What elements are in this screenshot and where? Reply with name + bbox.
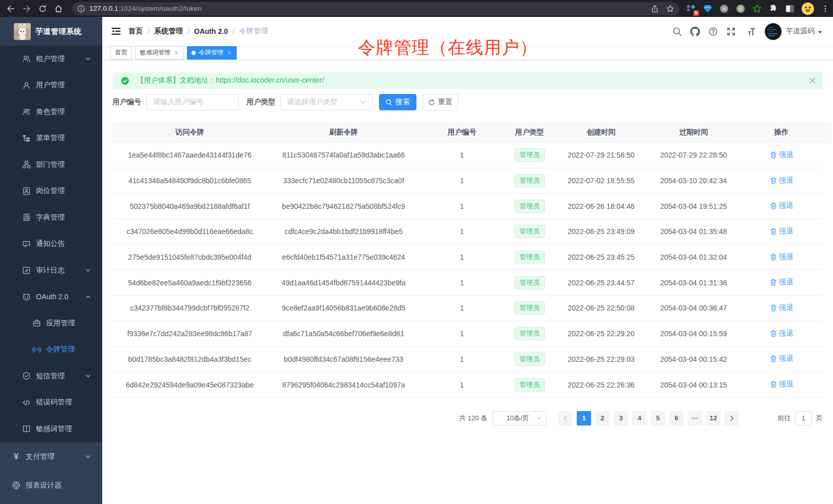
force-logout-button[interactable]: 强退 <box>770 380 793 389</box>
extension-blocks-icon[interactable]: 9 <box>687 4 696 13</box>
sidebar-item-audit[interactable]: 审计日志 <box>0 257 102 284</box>
sidebar-item-dict[interactable]: 字典管理 <box>0 204 102 231</box>
user-menu[interactable]: 芋道源码 <box>765 23 823 40</box>
page-button-2[interactable]: 2 <box>595 411 610 425</box>
sidebar-item-post[interactable]: 岗位管理 <box>0 178 102 205</box>
action-cell: 强退 <box>740 278 823 287</box>
force-logout-button[interactable]: 强退 <box>770 354 793 363</box>
sidebar-item-report[interactable]: 报表设计器 <box>0 471 102 500</box>
page-button-1[interactable]: 1 <box>577 411 591 425</box>
breadcrumb-item[interactable]: OAuth 2.0 <box>194 27 228 35</box>
next-page-button[interactable] <box>725 411 739 425</box>
force-logout-button[interactable]: 强退 <box>770 150 793 160</box>
sidebar-item-token[interactable]: 令牌管理 <box>0 337 102 363</box>
app-logo[interactable]: 芋道管理系统 <box>0 17 102 46</box>
user-id-label: 用户编号 <box>112 98 141 107</box>
page-button-12[interactable]: 12 <box>706 411 721 425</box>
close-icon[interactable] <box>226 50 232 55</box>
extension-record-icon[interactable] <box>736 4 745 13</box>
sidebar-item-treetable[interactable]: 菜单管理 <box>0 125 102 152</box>
alert-close-icon[interactable] <box>809 77 816 84</box>
user-type-select[interactable]: 请选择用户类型 <box>280 94 373 110</box>
prev-page-button[interactable] <box>558 411 573 425</box>
more-pages-button[interactable]: ··· <box>688 411 702 425</box>
code-icon <box>22 398 31 407</box>
sidebar-item-tree[interactable]: 部门管理 <box>0 151 102 178</box>
sidebar-item-message[interactable]: 通知公告 <box>0 231 102 258</box>
side-panel-icon[interactable] <box>785 4 794 13</box>
column-header: 操作 <box>740 128 823 137</box>
sidebar-item-user[interactable]: 用户管理 <box>0 72 102 99</box>
refresh-cell: 49d1aa46d1454fbd87591444423be9fa <box>267 279 420 287</box>
column-header: 创建时间 <box>555 128 647 137</box>
sidebar-item-code[interactable]: 错误码管理 <box>0 390 102 416</box>
breadcrumb-separator: / <box>233 27 235 35</box>
breadcrumb-item[interactable]: 首页 <box>128 27 143 36</box>
browser-home-icon[interactable] <box>54 4 63 13</box>
force-logout-button[interactable]: 强退 <box>770 303 793 313</box>
browser-menu-icon[interactable] <box>821 5 829 13</box>
search-icon[interactable] <box>672 27 682 36</box>
browser-back-icon[interactable] <box>6 4 15 13</box>
force-logout-button[interactable]: 强退 <box>770 329 793 338</box>
sidebar-item-app[interactable]: 应用管理 <box>0 310 102 337</box>
fullscreen-icon[interactable] <box>726 27 736 36</box>
goto-page-input[interactable]: 1 <box>795 411 812 425</box>
bookmark-star-icon[interactable] <box>666 5 674 13</box>
sidebar-item-sms[interactable]: 短信管理 <box>0 363 102 390</box>
browser-forward-icon[interactable] <box>22 4 31 13</box>
browser-reload-icon[interactable] <box>38 4 47 13</box>
sidebar-item-oauth[interactable]: OAuth 2.0 <box>0 284 102 311</box>
action-cell: 强退 <box>740 253 823 262</box>
force-logout-button[interactable]: 强退 <box>770 278 793 287</box>
tab-active[interactable]: 令牌管理 <box>187 46 237 60</box>
dict-icon <box>22 213 31 222</box>
refresh-cell: 333ecfc71e02480cb11055c875c3ca0f <box>267 177 420 185</box>
table-row: c347026e805e4d99b0d116eae66eda8ccdfc4ce9… <box>112 219 823 245</box>
user-type-cell: 管理员 <box>504 378 555 392</box>
site-info-icon[interactable] <box>77 5 85 13</box>
browser-profile-avatar[interactable] <box>802 3 814 15</box>
force-logout-button[interactable]: 强退 <box>770 227 793 236</box>
table-row: 502375b8040a469a9b82188afdf6af1fbe90422b… <box>112 193 823 219</box>
extensions-puzzle-icon[interactable] <box>769 4 778 13</box>
extension-command-icon[interactable]: ⌘ <box>720 4 729 13</box>
page-button-3[interactable]: 3 <box>614 411 628 425</box>
page-button-6[interactable]: 6 <box>669 411 684 425</box>
share-icon[interactable] <box>651 5 659 13</box>
search-button[interactable]: 搜索 <box>379 94 416 110</box>
force-logout-button[interactable]: 强退 <box>770 176 793 185</box>
tab-0[interactable]: 首页 <box>110 46 132 60</box>
user-id-cell: 1 <box>420 253 504 261</box>
tab-1[interactable]: 敏感词管理 <box>135 46 184 60</box>
extension-gem-icon[interactable] <box>703 4 712 13</box>
help-icon[interactable] <box>708 27 718 36</box>
breadcrumb-item[interactable]: 系统管理 <box>154 27 183 36</box>
access-cell: 6d842e2924594de9a09e45e087323abe <box>112 381 267 389</box>
browser-nav-buttons <box>6 4 63 13</box>
sidebar-item-peoples[interactable]: 租户管理 <box>0 46 102 72</box>
force-logout-button[interactable]: 强退 <box>770 253 793 262</box>
browser-address-bar[interactable]: 127.0.0.1:1024/system/oauth2/token <box>72 2 679 15</box>
sidebar-item-book[interactable]: 敏感词管理 <box>0 416 102 442</box>
column-header: 用户编号 <box>420 128 504 137</box>
user-id-placeholder: 请输入用户编号 <box>153 98 232 107</box>
github-icon[interactable] <box>690 27 700 36</box>
sidebar-item-role[interactable]: 角色管理 <box>0 99 102 125</box>
navbar-tools: 芋道源码 <box>664 23 823 40</box>
page-button-5[interactable]: 5 <box>651 411 665 425</box>
extension-star-icon[interactable] <box>752 4 762 13</box>
sidebar-fold-icon[interactable] <box>111 26 121 36</box>
page-size-select[interactable]: 10条/页 <box>493 411 546 425</box>
font-size-icon[interactable] <box>744 27 755 36</box>
sidebar-item-pay[interactable]: ¥支付管理 <box>0 442 102 471</box>
reset-button[interactable]: 重置 <box>423 94 458 110</box>
user-id-input[interactable]: 请输入用户编号 <box>146 94 239 110</box>
page-button-4[interactable]: 4 <box>632 411 647 425</box>
close-icon[interactable] <box>174 50 179 55</box>
user-type-cell: 管理员 <box>504 225 555 238</box>
action-cell: 强退 <box>740 227 823 237</box>
user-id-cell: 1 <box>420 177 504 185</box>
force-logout-button[interactable]: 强退 <box>770 201 793 210</box>
select-arrow-icon <box>536 415 542 421</box>
